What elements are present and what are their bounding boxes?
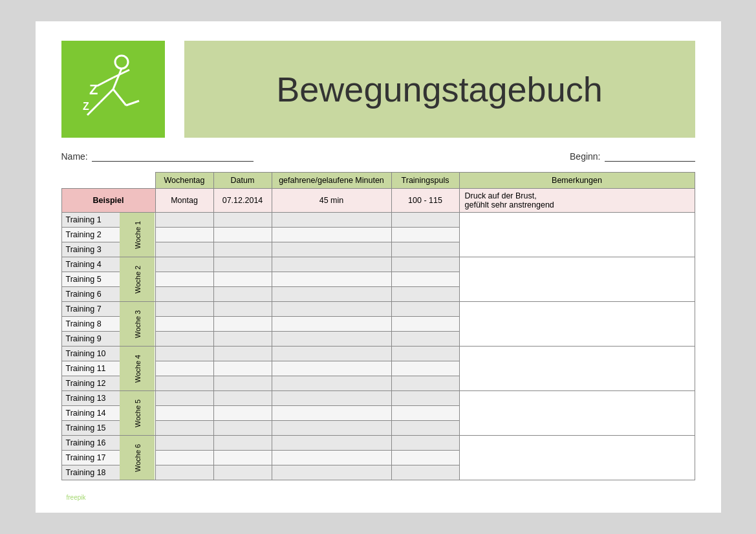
training-label: Training 6 — [61, 287, 120, 302]
data-cell — [391, 317, 459, 332]
data-cell — [391, 421, 459, 436]
logo-box: Z Z — [61, 41, 165, 138]
col-day-header: Wochentag — [155, 173, 213, 189]
training-label: Training 13 — [61, 391, 120, 406]
data-cell — [155, 317, 213, 332]
training-label: Training 18 — [61, 465, 120, 480]
data-cell — [391, 406, 459, 421]
week-cell: Woche 4 — [120, 347, 155, 391]
data-cell — [272, 302, 391, 317]
svg-line-1 — [113, 69, 122, 89]
training-label: Training 15 — [61, 421, 120, 436]
data-cell — [155, 257, 213, 272]
data-cell — [213, 391, 272, 406]
data-cell — [213, 302, 272, 317]
data-cell — [391, 287, 459, 302]
beispiel-day: Montag — [155, 189, 213, 213]
data-cell — [272, 361, 391, 376]
data-cell — [155, 465, 213, 480]
svg-text:Z: Z — [83, 101, 89, 112]
table-row: Training 13Woche 5 — [61, 391, 695, 406]
data-cell — [155, 332, 213, 347]
training-label: Training 5 — [61, 272, 120, 287]
col-date-header: Datum — [213, 173, 272, 189]
training-label: Training 12 — [61, 376, 120, 391]
data-cell — [272, 376, 391, 391]
data-cell — [155, 242, 213, 257]
data-cell — [155, 347, 213, 361]
data-cell — [272, 451, 391, 465]
training-label: Training 16 — [61, 436, 120, 451]
header: Z Z Bewegungstagebuch — [61, 41, 695, 138]
data-cell — [272, 228, 391, 242]
svg-line-6 — [100, 89, 113, 102]
data-cell — [213, 332, 272, 347]
data-cell — [272, 287, 391, 302]
data-cell — [155, 421, 213, 436]
svg-line-7 — [87, 102, 100, 115]
table-row: Training 7Woche 3 — [61, 302, 695, 317]
data-cell — [272, 242, 391, 257]
name-field: Name: — [61, 151, 254, 162]
data-cell — [155, 272, 213, 287]
data-cell — [155, 391, 213, 406]
training-label: Training 10 — [61, 347, 120, 361]
data-cell — [213, 347, 272, 361]
data-cell — [391, 213, 459, 228]
data-cell — [155, 228, 213, 242]
data-cell — [391, 465, 459, 480]
training-label: Training 9 — [61, 332, 120, 347]
beispiel-pulse: 100 - 115 — [391, 189, 459, 213]
data-cell — [155, 213, 213, 228]
data-cell — [155, 451, 213, 465]
begin-underline — [605, 151, 695, 162]
name-underline — [92, 151, 254, 162]
svg-point-0 — [115, 56, 128, 69]
notes-cell — [459, 347, 695, 391]
table-row: Training 10Woche 4 — [61, 347, 695, 361]
data-cell — [272, 272, 391, 287]
data-cell — [213, 213, 272, 228]
training-label: Training 4 — [61, 257, 120, 272]
data-cell — [272, 406, 391, 421]
training-label: Training 3 — [61, 242, 120, 257]
data-cell — [391, 272, 459, 287]
data-cell — [213, 287, 272, 302]
watermark: freepik — [67, 494, 86, 501]
notes-cell — [459, 436, 695, 480]
data-cell — [391, 302, 459, 317]
data-cell — [391, 332, 459, 347]
svg-line-5 — [126, 101, 139, 105]
data-cell — [213, 317, 272, 332]
data-cell — [391, 451, 459, 465]
data-cell — [213, 257, 272, 272]
training-label: Training 2 — [61, 228, 120, 242]
data-cell — [213, 451, 272, 465]
col-minutes-header: gefahrene/gelaufene Minuten — [272, 173, 391, 189]
col-pulse-header: Trainingspuls — [391, 173, 459, 189]
data-cell — [391, 376, 459, 391]
data-cell — [391, 347, 459, 361]
begin-field: Beginn: — [570, 151, 695, 162]
notes-cell — [459, 213, 695, 257]
data-cell — [272, 421, 391, 436]
table-row: Training 4Woche 2 — [61, 257, 695, 272]
training-label: Training 11 — [61, 361, 120, 376]
name-label: Name: — [61, 151, 88, 162]
data-cell — [272, 391, 391, 406]
training-label: Training 8 — [61, 317, 120, 332]
header-row: Wochentag Datum gefahrene/gelaufene Minu… — [61, 173, 695, 189]
data-cell — [391, 257, 459, 272]
page-title: Bewegungstagebuch — [276, 69, 602, 109]
running-figure-icon: Z Z — [78, 50, 149, 128]
beispiel-row: Beispiel Montag 07.12.2014 45 min 100 - … — [61, 189, 695, 213]
data-cell — [155, 287, 213, 302]
data-cell — [155, 361, 213, 376]
table-row: Training 16Woche 6 — [61, 436, 695, 451]
notes-cell — [459, 257, 695, 302]
data-cell — [272, 436, 391, 451]
svg-text:Z: Z — [89, 81, 98, 98]
name-row: Name: Beginn: — [61, 151, 695, 162]
data-cell — [391, 228, 459, 242]
data-cell — [272, 213, 391, 228]
